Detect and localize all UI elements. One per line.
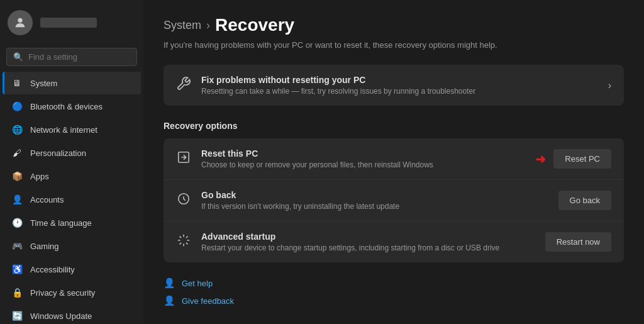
sidebar-item-system[interactable]: 🖥 System — [3, 72, 141, 94]
fix-card-text: Fix problems without resetting your PC R… — [201, 75, 475, 96]
recovery-item-desc-reset: Choose to keep or remove your personal f… — [201, 160, 433, 169]
profile-name — [40, 18, 97, 28]
breadcrumb-parent: System — [164, 19, 201, 32]
sidebar-profile — [0, 0, 143, 45]
reset-button[interactable]: Reset PC — [553, 149, 611, 169]
system-icon: 🖥 — [11, 77, 23, 89]
recovery-item-left-advanced: Advanced startup Restart your device to … — [176, 232, 499, 252]
recovery-item-text-go_back: Go back If this version isn't working, t… — [201, 190, 399, 211]
sidebar: 🔍 🖥 System 🔵 Bluetooth & devices 🌐 Netwo… — [0, 0, 143, 324]
page-title: Recovery — [215, 15, 294, 35]
sidebar-label-accessibility: Accessibility — [30, 265, 75, 274]
bluetooth-icon: 🔵 — [11, 101, 23, 112]
apps-icon: 📦 — [11, 170, 23, 182]
svg-point-0 — [18, 18, 22, 23]
recovery-item-reset: Reset this PC Choose to keep or remove y… — [164, 138, 624, 180]
go_back-button[interactable]: Go back — [558, 191, 611, 210]
sidebar-item-network[interactable]: 🌐 Network & internet — [3, 118, 141, 141]
sidebar-label-system: System — [30, 79, 57, 88]
search-box[interactable]: 🔍 — [6, 48, 137, 66]
give_feedback-label: Give feedback — [182, 296, 234, 306]
sidebar-item-accounts[interactable]: 👤 Accounts — [3, 188, 141, 211]
advanced-icon — [176, 233, 191, 250]
sidebar-item-time[interactable]: 🕐 Time & language — [3, 211, 141, 234]
reset-icon — [176, 150, 191, 167]
fix-card-chevron-icon: › — [608, 80, 611, 91]
main-content: System › Recovery If you're having probl… — [143, 0, 644, 324]
search-input[interactable] — [28, 52, 130, 62]
breadcrumb-separator: › — [206, 19, 210, 32]
recovery-item-right-advanced: Restart now — [545, 232, 611, 252]
network-icon: 🌐 — [11, 124, 23, 135]
recovery-section-title: Recovery options — [164, 121, 624, 131]
sidebar-item-privacy[interactable]: 🔒 Privacy & security — [3, 281, 141, 304]
gaming-icon: 🎮 — [11, 240, 23, 252]
get_help-icon: 👤 — [164, 277, 175, 289]
recovery-list: Reset this PC Choose to keep or remove y… — [164, 138, 624, 262]
sidebar-label-network: Network & internet — [30, 125, 97, 135]
fix-card-left: Fix problems without resetting your PC R… — [176, 75, 475, 96]
fix-card-description: Resetting can take a while — first, try … — [201, 87, 475, 96]
advanced-button[interactable]: Restart now — [545, 232, 611, 252]
sidebar-label-windows_update: Windows Update — [30, 311, 92, 321]
sidebar-item-personalization[interactable]: 🖌 Personalization — [3, 142, 141, 164]
give_feedback-link[interactable]: 👤 Give feedback — [164, 295, 624, 306]
avatar — [8, 10, 33, 35]
recovery-item-title-go_back: Go back — [201, 190, 399, 200]
fix-icon — [176, 76, 191, 95]
recovery-item-left-go_back: Go back If this version isn't working, t… — [176, 190, 399, 211]
sidebar-item-gaming[interactable]: 🎮 Gaming — [3, 235, 141, 257]
fix-problems-card[interactable]: Fix problems without resetting your PC R… — [164, 65, 624, 106]
windows_update-icon: 🔄 — [11, 310, 23, 321]
recovery-item-desc-advanced: Restart your device to change startup se… — [201, 243, 499, 252]
recovery-item-text-reset: Reset this PC Choose to keep or remove y… — [201, 148, 433, 169]
recovery-item-right-go_back: Go back — [558, 191, 611, 210]
page-description: If you're having problems with your PC o… — [164, 40, 624, 50]
sidebar-item-accessibility[interactable]: ♿ Accessibility — [3, 258, 141, 281]
help-links: 👤 Get help 👤 Give feedback — [164, 277, 624, 306]
recovery-item-desc-go_back: If this version isn't working, try unins… — [201, 202, 399, 211]
recovery-section: Recovery options Reset this PC Choose to… — [164, 121, 624, 262]
sidebar-label-bluetooth: Bluetooth & devices — [30, 102, 103, 111]
give_feedback-icon: 👤 — [164, 295, 175, 306]
search-icon: 🔍 — [13, 52, 23, 62]
recovery-item-text-advanced: Advanced startup Restart your device to … — [201, 232, 499, 252]
breadcrumb: System › Recovery — [164, 15, 624, 35]
personalization-icon: 🖌 — [11, 147, 23, 159]
sidebar-label-personalization: Personalization — [30, 148, 86, 158]
sidebar-label-apps: Apps — [30, 172, 49, 181]
privacy-icon: 🔒 — [11, 287, 23, 298]
accessibility-icon: ♿ — [11, 264, 23, 275]
recovery-item-left-reset: Reset this PC Choose to keep or remove y… — [176, 148, 433, 169]
recovery-item-title-reset: Reset this PC — [201, 148, 433, 159]
recovery-item-go_back: Go back If this version isn't working, t… — [164, 180, 624, 221]
fix-card-title: Fix problems without resetting your PC — [201, 75, 475, 85]
recovery-item-right-reset: ➜ Reset PC — [535, 149, 611, 169]
sidebar-label-gaming: Gaming — [30, 242, 59, 251]
get_help-link[interactable]: 👤 Get help — [164, 277, 624, 289]
sidebar-item-windows_update[interactable]: 🔄 Windows Update — [3, 304, 141, 324]
accounts-icon: 👤 — [11, 194, 23, 205]
sidebar-item-apps[interactable]: 📦 Apps — [3, 165, 141, 187]
sidebar-label-privacy: Privacy & security — [30, 288, 95, 298]
sidebar-label-accounts: Accounts — [30, 195, 64, 204]
recovery-item-title-advanced: Advanced startup — [201, 232, 499, 242]
sidebar-item-bluetooth[interactable]: 🔵 Bluetooth & devices — [3, 95, 141, 118]
recovery-item-advanced: Advanced startup Restart your device to … — [164, 221, 624, 262]
reset-arrow-icon: ➜ — [535, 152, 546, 167]
get_help-label: Get help — [182, 279, 213, 288]
time-icon: 🕐 — [11, 217, 23, 228]
sidebar-label-time: Time & language — [30, 218, 92, 228]
go_back-icon — [176, 192, 191, 209]
